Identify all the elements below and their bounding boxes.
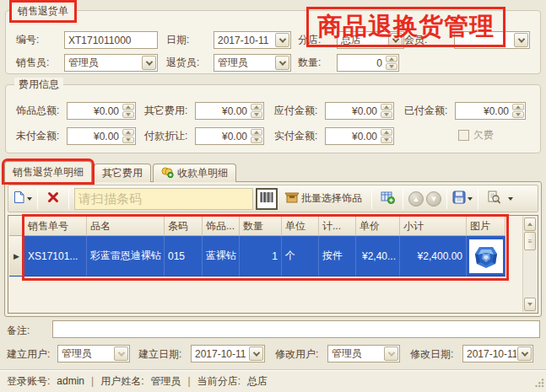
spin-down-icon[interactable] (381, 111, 392, 118)
barcode-icon (260, 191, 273, 206)
other-fee-stepper[interactable]: ¥0.00 (195, 102, 264, 120)
spin-up-icon[interactable] (251, 104, 262, 110)
table-add-button[interactable] (377, 188, 397, 210)
scroll-up-button[interactable] (524, 217, 536, 231)
scroll-down-button[interactable] (524, 298, 536, 311)
resize-grip[interactable] (534, 378, 544, 390)
barcode-button[interactable] (256, 188, 278, 210)
scan-barcode-field[interactable] (74, 188, 253, 210)
lookup-button[interactable] (484, 188, 504, 210)
arrow-down-icon: ▼ (430, 195, 438, 203)
batch-select-label: 批量选择饰品 (301, 191, 362, 206)
delete-row-button[interactable] (43, 188, 63, 210)
table-row-selected[interactable]: ▶ XS17101... 彩蓝雷恩迪裸钻 015 蓝裸钻 1 个 按件 ¥2,4… (9, 236, 505, 277)
table-add-icon (381, 191, 395, 207)
move-down-button[interactable]: ▼ (426, 191, 441, 207)
tab-other-fee[interactable]: 其它费用 (94, 164, 151, 182)
spin-down-icon[interactable] (122, 137, 134, 143)
column-header[interactable]: 小计 (400, 217, 467, 236)
payable-value: ¥0.00 (326, 103, 380, 119)
spin-up-icon[interactable] (512, 104, 524, 110)
actual-paid-stepper[interactable]: ¥0.00 (325, 127, 394, 145)
other-fee-label: 其它费用: (144, 104, 187, 118)
chevron-down-icon[interactable] (514, 33, 528, 47)
column-header[interactable]: 销售单号 (24, 217, 87, 236)
arrow-up-icon: ▲ (413, 195, 420, 203)
tab-return-detail[interactable]: 销售退货单明细 (4, 161, 92, 182)
spin-up-icon[interactable] (122, 104, 134, 110)
spin-down-icon[interactable] (386, 63, 397, 70)
tab-receipt-detail-label: 收款单明细 (177, 166, 228, 180)
column-header[interactable]: 单位 (282, 217, 319, 236)
payable-stepper[interactable]: ¥0.00 (325, 102, 394, 120)
audit-row: 建立用户: 管理员 建立日期: 2017-10-11 修改用户: 管理员 修改日… (0, 345, 546, 363)
chevron-down-icon (468, 197, 473, 201)
column-header[interactable]: 计... (319, 217, 356, 236)
date-combo[interactable]: 2017-10-11 (214, 31, 291, 49)
column-header[interactable]: 单价 (356, 217, 400, 236)
paid-stepper[interactable]: ¥0.00 (455, 102, 526, 120)
column-header[interactable]: 品名 (87, 217, 165, 236)
created-by-combo[interactable]: 管理员 (57, 345, 130, 362)
discount-stepper[interactable]: ¥0.00 (195, 127, 264, 145)
grid-vertical-scrollbar[interactable]: ≡ (522, 217, 537, 312)
order-no-field[interactable]: XT171011000 (64, 31, 158, 49)
modified-by-value: 管理员 (328, 346, 383, 362)
tab-receipt-detail[interactable]: 收款单明细 (153, 164, 236, 182)
owe-checkbox (458, 130, 469, 141)
toolbar-overflow-icon[interactable] (508, 197, 513, 201)
column-header[interactable]: 数量 (240, 217, 282, 236)
modified-by-combo[interactable]: 管理员 (327, 345, 400, 362)
modified-date-combo[interactable]: 2017-10-11 (462, 345, 533, 362)
spin-up-icon[interactable] (251, 129, 262, 136)
move-up-button[interactable]: ▲ (408, 191, 424, 207)
salesperson-label: 销售员: (16, 56, 49, 70)
created-date-combo[interactable]: 2017-10-11 (191, 345, 265, 362)
scrollbar-thumb[interactable]: ≡ (524, 232, 536, 250)
spin-down-icon[interactable] (251, 137, 262, 143)
arrow-up-icon (527, 223, 532, 226)
save-button[interactable] (452, 188, 473, 210)
cell-name: 彩蓝雷恩迪裸钻 (87, 236, 165, 277)
chevron-down-icon[interactable] (275, 33, 289, 47)
returner-combo[interactable]: 管理员 (214, 54, 291, 72)
toolbar-separator (37, 189, 38, 209)
new-row-button[interactable] (12, 188, 32, 210)
quantity-stepper[interactable]: 0 (337, 54, 399, 72)
column-header[interactable]: 饰品... (203, 217, 240, 236)
cell-category: 蓝裸钻 (203, 236, 240, 277)
remark-input[interactable] (52, 320, 540, 338)
returner-value: 管理员 (214, 55, 274, 71)
cell-order-no: XS17101... (24, 236, 87, 277)
scrollbar-track[interactable] (523, 250, 537, 297)
order-no-value: XT171011000 (65, 32, 157, 48)
spin-down-icon[interactable] (251, 111, 262, 118)
quantity-value: 0 (338, 55, 385, 71)
salesperson-combo[interactable]: 管理员 (64, 54, 158, 72)
grid-table: 销售单号 品名 条码 饰品... 数量 单位 计... 单价 小计 图片 ▶ X… (9, 217, 505, 277)
tab-return-detail-label: 销售退货单明细 (13, 165, 84, 180)
column-header[interactable]: 条码 (165, 217, 203, 236)
tab-other-fee-label: 其它费用 (102, 166, 143, 180)
spin-up-icon[interactable] (386, 56, 397, 62)
other-fee-value: ¥0.00 (196, 103, 250, 119)
spin-down-icon[interactable] (512, 111, 524, 118)
spin-down-icon[interactable] (122, 111, 134, 118)
chevron-down-icon[interactable] (249, 346, 263, 361)
order-no-label-wrap: 编号: (16, 33, 39, 47)
spin-up-icon[interactable] (381, 104, 392, 110)
column-header[interactable]: 图片 (467, 217, 505, 236)
return-detail-panel: 批量选择饰品 ▲ ▼ 销售单号 (4, 181, 542, 317)
chevron-down-icon[interactable] (142, 56, 156, 70)
spin-up-icon[interactable] (122, 129, 134, 136)
total-amount-stepper[interactable]: ¥0.00 (67, 102, 136, 120)
batch-select-button[interactable]: 批量选择饰品 (280, 188, 366, 210)
status-separator: | (91, 375, 94, 387)
chevron-down-icon[interactable] (517, 346, 532, 361)
spin-down-icon[interactable] (381, 137, 392, 143)
chevron-down-icon[interactable] (275, 56, 289, 70)
spin-up-icon[interactable] (381, 129, 392, 136)
unpaid-stepper[interactable]: ¥0.00 (67, 127, 136, 145)
row-selector[interactable]: ▶ (9, 236, 24, 277)
scan-barcode-input[interactable] (78, 191, 249, 206)
